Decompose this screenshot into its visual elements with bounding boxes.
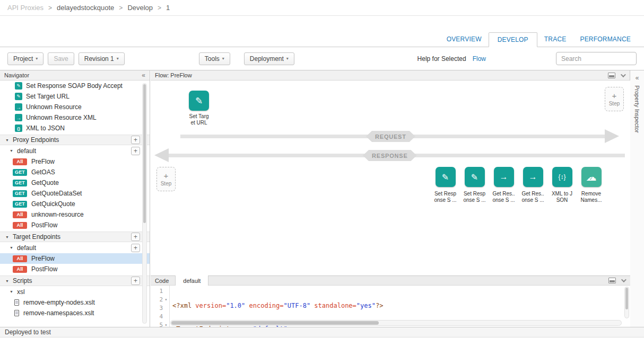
proxy-flow-unknown-resource[interactable]: All unknown-resource [0,209,150,220]
step-icon[interactable]: ✎ [436,167,456,187]
add-script-button[interactable]: + [131,277,140,285]
revision-menu-label: Revision 1 [84,55,114,63]
project-menu-label: Project [13,55,33,63]
breadcrumb-separator: > [48,4,52,12]
save-button[interactable]: Save [48,52,74,65]
code-editor[interactable]: 1 2 ▾ 3 4 [151,286,630,327]
policy-item-set-target-url[interactable]: ✎ Set Target URL [0,91,150,102]
property-inspector-strip[interactable]: « Property Inspector [630,70,644,327]
flow-header-actions [608,73,625,78]
scripts-xsl-group[interactable]: ▼ xsl [0,286,150,297]
status-bar: Deployed to test [0,327,644,337]
method-badge-get: GET [13,201,27,208]
add-conditional-flow-button[interactable]: + [131,147,140,155]
request-arrow-icon [605,129,619,143]
horizontal-scrollbar[interactable] [170,320,622,326]
project-menu-button[interactable]: Project ▾ [7,52,43,65]
add-target-endpoint-button[interactable]: + [131,233,140,241]
fold-toggle-icon[interactable]: ▾ [163,297,169,302]
help-flow-link[interactable]: Flow [473,55,486,63]
policy-label: Unknown Resource [26,103,82,111]
tab-trace[interactable]: TRACE [537,32,573,47]
tab-performance[interactable]: PERFORMANCE [573,32,638,47]
gutter-row: 5 ▾ [151,321,169,327]
triangle-down-icon: ▼ [5,279,9,283]
navigator-list: ✎ Set Response SOAP Body Accept ✎ Set Ta… [0,81,150,327]
navigator-scrollbar[interactable] [142,83,147,324]
step-button-label: Step [609,101,620,106]
tools-menu-label: Tools [205,55,220,63]
policy-item-set-response-soap-body-accept[interactable]: ✎ Set Response SOAP Body Accept [0,81,150,91]
search-input[interactable] [556,52,637,65]
proxy-flow-getquote[interactable]: GET GetQuote [0,177,150,188]
check-icon: ✓ [589,176,594,181]
revision-menu-button[interactable]: Revision 1 ▾ [79,52,125,65]
add-response-step-button[interactable]: + Step [156,167,176,191]
arrow-icon: → [500,172,508,182]
policy-item-xml-to-json[interactable]: {} XML to JSON [0,123,150,134]
proxy-endpoint-default-group[interactable]: ▼ default + [0,145,150,156]
step-icon[interactable]: ☁ ✓ [581,167,602,187]
collapse-navigator-icon[interactable]: « [142,72,145,79]
deployment-menu-button[interactable]: Deployment ▾ [244,52,294,65]
target-endpoint-default-group[interactable]: ▼ default + [0,242,150,253]
step-label: Set Response S ... [463,191,485,203]
navigator-panel: Navigator « ✎ Set Response SOAP Body Acc… [0,70,150,327]
target-flow-postflow[interactable]: All PostFlow [0,264,150,274]
section-title: Proxy Endpoints [13,136,59,144]
scrollbar-thumb[interactable] [625,288,628,309]
toggle-code-panel-icon[interactable] [608,73,615,78]
expand-property-inspector-icon[interactable]: « [634,74,640,82]
scrollbar-thumb[interactable] [171,321,379,325]
step-label: Get Res..onse S ... [521,191,544,203]
section-scripts[interactable]: ▼ Scripts + [0,275,150,286]
policy-item-unknown-resource-xml[interactable]: → Unknown Resource XML [0,112,150,123]
policy-item-unknown-resource[interactable]: → Unknown Resource [0,102,150,112]
triangle-down-icon: ▼ [10,246,13,250]
script-file-remove-namespaces[interactable]: remove-namespaces.xslt [0,308,150,318]
step-icon[interactable]: → [494,167,514,187]
pencil-icon: ✎ [195,95,203,106]
step-set-response-soap-2: ✎ Set Response S ... [460,167,489,203]
script-file-remove-empty-nodes[interactable]: remove-empty-nodes.xslt [0,297,150,308]
step-label-line2: et URL [176,120,222,126]
tools-menu-button[interactable]: Tools ▾ [199,52,230,65]
group-label: default [17,244,36,252]
line-number: 1 [151,288,163,295]
proxy-flow-getoas[interactable]: GET GetOAS [0,167,150,177]
fold-toggle-icon[interactable]: ▾ [163,323,169,327]
chevron-down-icon[interactable] [621,277,626,282]
chevron-down-icon[interactable] [621,72,626,77]
proxy-flow-getquickquote[interactable]: GET GetQuickQuote [0,199,150,209]
scrollbar-thumb[interactable] [143,84,146,223]
triangle-down-icon: ▼ [5,235,9,239]
vertical-scrollbar[interactable] [624,287,629,318]
section-proxy-endpoints[interactable]: ▼ Proxy Endpoints + [0,135,150,145]
section-target-endpoints[interactable]: ▼ Target Endpoints + [0,232,150,242]
code-tab-default[interactable]: default [175,275,208,286]
breadcrumb-develop[interactable]: Develop [127,4,153,12]
caret-down-icon: ▾ [222,57,224,61]
breadcrumb-api-proxies[interactable]: API Proxies [7,4,43,12]
step-icon[interactable]: → [523,167,543,187]
add-request-step-button[interactable]: + Step [605,87,624,111]
proxy-flow-getquotedataset[interactable]: GET GetQuoteDataSet [0,188,150,199]
line-number: 2 [151,296,163,303]
arrow-icon: → [529,172,537,182]
step-icon[interactable]: {↕} [552,167,572,187]
add-conditional-flow-button[interactable]: + [131,244,140,252]
breadcrumb-revision[interactable]: 1 [166,4,170,12]
breadcrumb-proxy-name[interactable]: delayedstockquote [57,4,114,12]
method-badge-get: GET [13,169,27,176]
response-label: RESPONSE [363,150,417,161]
add-proxy-endpoint-button[interactable]: + [131,136,140,144]
proxy-flow-preflow[interactable]: All PreFlow [0,156,150,167]
proxy-flow-postflow[interactable]: All PostFlow [0,220,150,230]
tab-develop[interactable]: DEVELOP [489,32,537,47]
target-flow-preflow-selected[interactable]: All PreFlow [0,253,150,264]
step-set-target-url[interactable]: ✎ [189,91,209,111]
request-lane: REQUEST [151,129,630,144]
step-icon[interactable]: ✎ [465,167,485,187]
tab-overview[interactable]: OVERVIEW [440,32,489,47]
toggle-code-panel-icon[interactable] [608,278,616,283]
